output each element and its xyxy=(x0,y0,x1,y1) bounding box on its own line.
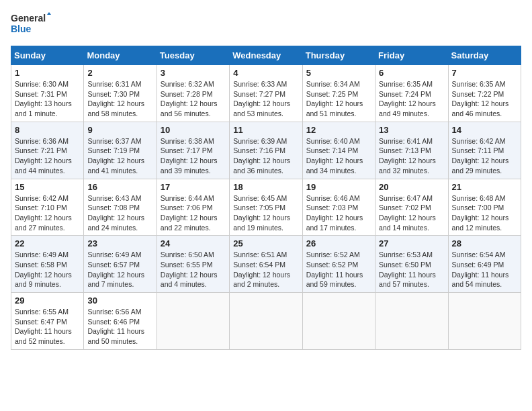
day-number: 20 xyxy=(379,182,444,192)
day-number: 24 xyxy=(161,238,226,248)
day-info: Sunrise: 6:51 AMSunset: 6:54 PMDaylight:… xyxy=(233,250,298,289)
day-info: Sunrise: 6:55 AMSunset: 6:47 PMDaylight:… xyxy=(15,307,80,347)
calendar-week-row: 8Sunrise: 6:36 AMSunset: 7:21 PMDaylight… xyxy=(11,122,521,179)
weekday-header-monday: Monday xyxy=(84,46,157,65)
calendar-cell: 5Sunrise: 6:34 AMSunset: 7:25 PMDaylight… xyxy=(302,65,375,122)
calendar-cell: 9Sunrise: 6:37 AMSunset: 7:19 PMDaylight… xyxy=(84,122,157,179)
day-number: 27 xyxy=(379,238,444,248)
day-number: 9 xyxy=(87,125,152,135)
calendar-cell: 14Sunrise: 6:42 AMSunset: 7:11 PMDayligh… xyxy=(448,122,521,179)
weekday-header-row: SundayMondayTuesdayWednesdayThursdayFrid… xyxy=(11,46,521,65)
day-info: Sunrise: 6:50 AMSunset: 6:55 PMDaylight:… xyxy=(161,250,226,289)
day-number: 25 xyxy=(233,238,298,248)
calendar-cell: 28Sunrise: 6:54 AMSunset: 6:49 PMDayligh… xyxy=(448,236,521,293)
calendar-cell: 7Sunrise: 6:35 AMSunset: 7:22 PMDaylight… xyxy=(448,65,521,122)
calendar-week-row: 29Sunrise: 6:55 AMSunset: 6:47 PMDayligh… xyxy=(11,293,521,350)
day-number: 11 xyxy=(233,125,298,135)
calendar-cell: 8Sunrise: 6:36 AMSunset: 7:21 PMDaylight… xyxy=(11,122,84,179)
day-info: Sunrise: 6:43 AMSunset: 7:08 PMDaylight:… xyxy=(87,193,152,233)
day-number: 3 xyxy=(161,68,226,78)
day-number: 17 xyxy=(161,182,226,192)
calendar-cell: 30Sunrise: 6:56 AMSunset: 6:46 PMDayligh… xyxy=(84,293,157,350)
calendar-cell xyxy=(448,293,521,350)
day-number: 14 xyxy=(452,125,517,135)
day-number: 6 xyxy=(379,68,444,78)
calendar-cell: 18Sunrise: 6:45 AMSunset: 7:05 PMDayligh… xyxy=(230,179,302,236)
weekday-header-thursday: Thursday xyxy=(302,46,375,65)
weekday-header-wednesday: Wednesday xyxy=(230,46,302,65)
calendar-cell: 16Sunrise: 6:43 AMSunset: 7:08 PMDayligh… xyxy=(84,179,157,236)
calendar-cell: 25Sunrise: 6:51 AMSunset: 6:54 PMDayligh… xyxy=(230,236,302,293)
day-number: 26 xyxy=(306,238,371,248)
calendar-cell: 20Sunrise: 6:47 AMSunset: 7:02 PMDayligh… xyxy=(375,179,448,236)
calendar-cell: 29Sunrise: 6:55 AMSunset: 6:47 PMDayligh… xyxy=(11,293,84,350)
calendar-cell: 11Sunrise: 6:39 AMSunset: 7:16 PMDayligh… xyxy=(230,122,302,179)
calendar-cell xyxy=(302,293,375,350)
calendar-cell: 13Sunrise: 6:41 AMSunset: 7:13 PMDayligh… xyxy=(375,122,448,179)
day-info: Sunrise: 6:56 AMSunset: 6:46 PMDaylight:… xyxy=(87,307,152,347)
calendar-cell xyxy=(375,293,448,350)
day-number: 21 xyxy=(452,182,517,192)
day-number: 7 xyxy=(452,68,517,78)
day-info: Sunrise: 6:32 AMSunset: 7:28 PMDaylight:… xyxy=(161,79,226,119)
calendar-week-row: 22Sunrise: 6:49 AMSunset: 6:58 PMDayligh… xyxy=(11,236,521,293)
day-number: 13 xyxy=(379,125,444,135)
calendar-cell: 17Sunrise: 6:44 AMSunset: 7:06 PMDayligh… xyxy=(157,179,229,236)
calendar-cell: 4Sunrise: 6:33 AMSunset: 7:27 PMDaylight… xyxy=(230,65,302,122)
calendar-cell xyxy=(157,293,229,350)
calendar-cell xyxy=(230,293,302,350)
calendar-week-row: 1Sunrise: 6:30 AMSunset: 7:31 PMDaylight… xyxy=(11,65,521,122)
day-info: Sunrise: 6:37 AMSunset: 7:19 PMDaylight:… xyxy=(87,136,152,176)
calendar-cell: 3Sunrise: 6:32 AMSunset: 7:28 PMDaylight… xyxy=(157,65,229,122)
weekday-header-sunday: Sunday xyxy=(11,46,84,65)
calendar-cell: 10Sunrise: 6:38 AMSunset: 7:17 PMDayligh… xyxy=(157,122,229,179)
calendar-cell: 2Sunrise: 6:31 AMSunset: 7:30 PMDaylight… xyxy=(84,65,157,122)
day-info: Sunrise: 6:34 AMSunset: 7:25 PMDaylight:… xyxy=(306,79,371,119)
day-number: 12 xyxy=(306,125,371,135)
day-info: Sunrise: 6:54 AMSunset: 6:49 PMDaylight:… xyxy=(452,250,517,289)
day-info: Sunrise: 6:46 AMSunset: 7:03 PMDaylight:… xyxy=(306,193,371,233)
day-number: 29 xyxy=(15,295,80,306)
day-number: 16 xyxy=(87,182,152,192)
day-info: Sunrise: 6:44 AMSunset: 7:06 PMDaylight:… xyxy=(161,193,226,233)
calendar-cell: 19Sunrise: 6:46 AMSunset: 7:03 PMDayligh… xyxy=(302,179,375,236)
day-number: 4 xyxy=(233,68,298,78)
calendar-cell: 6Sunrise: 6:35 AMSunset: 7:24 PMDaylight… xyxy=(375,65,448,122)
day-info: Sunrise: 6:41 AMSunset: 7:13 PMDaylight:… xyxy=(379,136,444,176)
day-info: Sunrise: 6:45 AMSunset: 7:05 PMDaylight:… xyxy=(233,193,298,233)
weekday-header-tuesday: Tuesday xyxy=(157,46,229,65)
svg-text:General: General xyxy=(11,13,46,24)
day-info: Sunrise: 6:36 AMSunset: 7:21 PMDaylight:… xyxy=(15,136,80,176)
day-number: 15 xyxy=(15,182,80,192)
day-number: 30 xyxy=(87,295,152,306)
calendar-cell: 1Sunrise: 6:30 AMSunset: 7:31 PMDaylight… xyxy=(11,65,84,122)
day-info: Sunrise: 6:53 AMSunset: 6:50 PMDaylight:… xyxy=(379,250,444,289)
calendar-cell: 15Sunrise: 6:42 AMSunset: 7:10 PMDayligh… xyxy=(11,179,84,236)
svg-text:Blue: Blue xyxy=(11,24,32,34)
day-number: 23 xyxy=(87,238,152,248)
calendar-cell: 22Sunrise: 6:49 AMSunset: 6:58 PMDayligh… xyxy=(11,236,84,293)
calendar-cell: 23Sunrise: 6:49 AMSunset: 6:57 PMDayligh… xyxy=(84,236,157,293)
page-header: General Blue xyxy=(11,11,521,38)
weekday-header-saturday: Saturday xyxy=(448,46,521,65)
logo: General Blue xyxy=(11,11,51,38)
day-number: 2 xyxy=(87,68,152,78)
logo-svg: General Blue xyxy=(11,11,51,38)
svg-marker-2 xyxy=(47,12,51,15)
calendar-cell: 24Sunrise: 6:50 AMSunset: 6:55 PMDayligh… xyxy=(157,236,229,293)
day-number: 10 xyxy=(161,125,226,135)
day-number: 28 xyxy=(452,238,517,248)
day-info: Sunrise: 6:48 AMSunset: 7:00 PMDaylight:… xyxy=(452,193,517,233)
day-info: Sunrise: 6:30 AMSunset: 7:31 PMDaylight:… xyxy=(15,79,80,119)
day-info: Sunrise: 6:33 AMSunset: 7:27 PMDaylight:… xyxy=(233,79,298,119)
day-number: 1 xyxy=(15,68,80,78)
day-number: 5 xyxy=(306,68,371,78)
day-info: Sunrise: 6:39 AMSunset: 7:16 PMDaylight:… xyxy=(233,136,298,176)
day-info: Sunrise: 6:35 AMSunset: 7:22 PMDaylight:… xyxy=(452,79,517,119)
calendar-cell: 12Sunrise: 6:40 AMSunset: 7:14 PMDayligh… xyxy=(302,122,375,179)
day-info: Sunrise: 6:35 AMSunset: 7:24 PMDaylight:… xyxy=(379,79,444,119)
day-number: 19 xyxy=(306,182,371,192)
weekday-header-friday: Friday xyxy=(375,46,448,65)
calendar-cell: 21Sunrise: 6:48 AMSunset: 7:00 PMDayligh… xyxy=(448,179,521,236)
calendar-cell: 27Sunrise: 6:53 AMSunset: 6:50 PMDayligh… xyxy=(375,236,448,293)
